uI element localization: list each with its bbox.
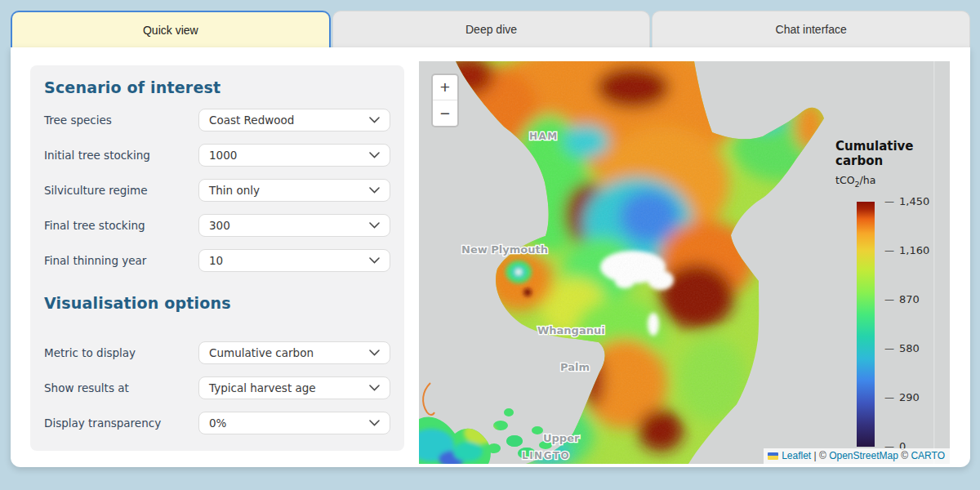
tab-chat-interface[interactable]: Chat interface	[652, 11, 970, 47]
transparency-value: 0%	[209, 416, 226, 430]
metric-select[interactable]: Cumulative carbon	[198, 341, 390, 364]
chevron-down-icon	[369, 187, 380, 194]
legend-title: Cumulative carbon	[835, 139, 948, 168]
legend-tick: —1,450	[884, 195, 929, 208]
scenario-heading: Scenario of interest	[44, 78, 390, 96]
carbon-legend: Cumulative carbon tCO2/ha —1,450 —1,160 …	[835, 139, 948, 453]
field-metric: Metric to display Cumulative carbon	[44, 341, 390, 364]
silviculture-regime-value: Thin only	[209, 184, 260, 197]
field-show-results-at: Show results at Typical harvest age	[44, 376, 390, 399]
final-stocking-select[interactable]: 300	[198, 214, 390, 237]
content-card: Scenario of interest Tree species Coast …	[11, 47, 970, 467]
legend-tick: —870	[884, 293, 929, 306]
final-stocking-value: 300	[209, 219, 230, 232]
city-label-hamilton: HAM	[529, 131, 559, 142]
carto-link[interactable]: CARTO	[911, 450, 945, 461]
chevron-down-icon	[369, 152, 380, 158]
tab-bar: Quick view Deep dive Chat interface	[11, 11, 970, 47]
chevron-down-icon	[369, 350, 380, 356]
osm-link[interactable]: OpenStreetMap	[829, 450, 898, 461]
show-results-at-select[interactable]: Typical harvest age	[198, 376, 390, 399]
metric-value: Cumulative carbon	[209, 346, 314, 359]
legend-ticks: —1,450 —1,160 —870 —580 —290 —0	[884, 195, 929, 453]
field-transparency: Display transparency 0%	[44, 412, 390, 434]
field-final-stocking: Final tree stocking 300	[44, 214, 390, 237]
chevron-down-icon	[369, 257, 380, 264]
tab-quick-view-label: Quick view	[143, 24, 198, 37]
final-stocking-label: Final tree stocking	[44, 219, 198, 232]
legend-tick: —1,160	[884, 244, 929, 257]
initial-stocking-select[interactable]: 1000	[198, 144, 390, 167]
silviculture-regime-select[interactable]: Thin only	[198, 179, 390, 202]
city-label-palmerston: Palm	[560, 361, 590, 373]
final-thinning-year-select[interactable]: 10	[198, 249, 390, 272]
ukraine-flag-icon	[768, 452, 778, 460]
field-tree-species: Tree species Coast Redwood	[44, 109, 390, 131]
legend-tick: —580	[884, 342, 929, 355]
map-canvas[interactable]: HAM New Plymouth Whanganui Palm Upper LI…	[419, 61, 950, 464]
field-final-thinning-year: Final thinning year 10	[44, 249, 390, 272]
map-zoom-control: + −	[431, 74, 459, 127]
transparency-label: Display transparency	[44, 416, 198, 430]
tree-species-label: Tree species	[44, 114, 198, 127]
legend-tick: —290	[884, 391, 929, 404]
legend-unit: tCO2/ha	[835, 174, 948, 189]
transparency-select[interactable]: 0%	[198, 412, 390, 434]
tree-species-value: Coast Redwood	[209, 114, 294, 127]
zoom-out-button[interactable]: −	[433, 100, 457, 126]
city-label-upper-hutt: Upper	[543, 432, 580, 444]
initial-stocking-label: Initial tree stocking	[44, 149, 198, 162]
chevron-down-icon	[369, 117, 380, 123]
field-silviculture-regime: Silviculture regime Thin only	[44, 179, 390, 202]
map-attribution: Leaflet | © OpenStreetMap © CARTO	[764, 448, 950, 464]
show-results-at-value: Typical harvest age	[209, 381, 316, 394]
field-initial-stocking: Initial tree stocking 1000	[44, 144, 390, 167]
tab-chat-interface-label: Chat interface	[776, 23, 847, 36]
city-label-whanganui: Whanganui	[537, 324, 605, 336]
scenario-panel: Scenario of interest Tree species Coast …	[30, 65, 404, 451]
final-thinning-year-label: Final thinning year	[44, 254, 198, 267]
visualisation-heading: Visualisation options	[44, 294, 390, 312]
chevron-down-icon	[369, 420, 380, 426]
final-thinning-year-value: 10	[209, 254, 223, 267]
city-label-wellington: LINGTO	[522, 450, 570, 461]
leaflet-link[interactable]: Leaflet	[782, 450, 811, 461]
chevron-down-icon	[369, 222, 380, 229]
tab-quick-view[interactable]: Quick view	[11, 11, 331, 47]
initial-stocking-value: 1000	[209, 149, 237, 162]
zoom-in-button[interactable]: +	[433, 75, 457, 100]
metric-label: Metric to display	[44, 346, 198, 359]
show-results-at-label: Show results at	[44, 381, 198, 394]
chevron-down-icon	[369, 385, 380, 391]
app: Quick view Deep dive Chat interface Scen…	[0, 0, 980, 467]
city-label-new-plymouth: New Plymouth	[461, 243, 548, 256]
tab-deep-dive[interactable]: Deep dive	[332, 11, 651, 47]
tab-deep-dive-label: Deep dive	[466, 23, 517, 36]
tree-species-select[interactable]: Coast Redwood	[198, 109, 390, 131]
silviculture-regime-label: Silviculture regime	[44, 184, 198, 197]
legend-colorbar	[857, 202, 875, 447]
